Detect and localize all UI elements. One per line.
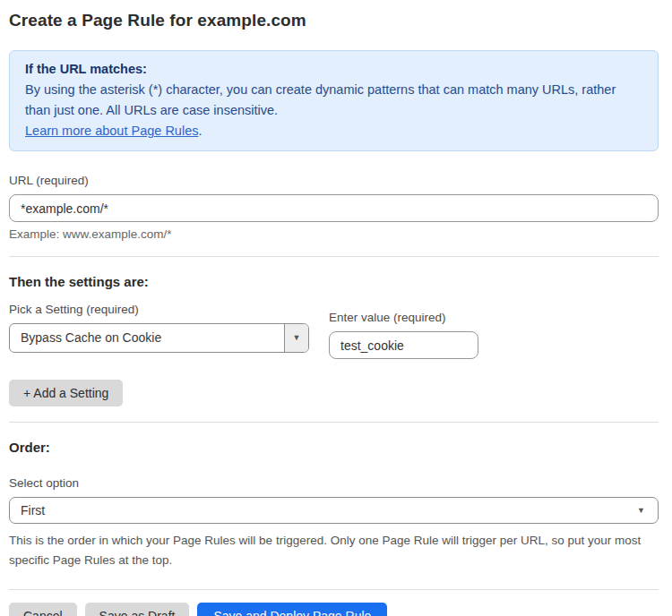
save-as-draft-button[interactable]: Save as Draft xyxy=(85,603,190,616)
setting-picker-select[interactable]: Bypass Cache on Cookie ▼ xyxy=(9,323,309,353)
order-section-heading: Order: xyxy=(9,440,659,456)
setting-picker-caret-button[interactable]: ▼ xyxy=(284,324,308,352)
settings-section-heading: Then the settings are: xyxy=(9,274,659,290)
url-field-group: URL (required) Example: www.example.com/… xyxy=(9,174,659,241)
setting-picker-group: Pick a Setting (required) Bypass Cache o… xyxy=(9,303,309,359)
page-rule-form: Create a Page Rule for example.com If th… xyxy=(0,0,672,616)
info-box-link-line: Learn more about Page Rules. xyxy=(25,121,642,141)
order-description: This is the order in which your Page Rul… xyxy=(9,531,654,570)
setting-value-label: Enter value (required) xyxy=(329,311,478,325)
order-select[interactable]: First ▼ xyxy=(9,497,659,524)
chevron-down-icon: ▼ xyxy=(637,507,658,515)
cancel-button[interactable]: Cancel xyxy=(9,603,77,616)
url-match-info-box: If the URL matches: By using the asteris… xyxy=(9,50,659,151)
save-and-deploy-button[interactable]: Save and Deploy Page Rule xyxy=(197,603,387,616)
divider-after-settings xyxy=(9,422,659,423)
footer-actions: Cancel Save as Draft Save and Deploy Pag… xyxy=(9,603,659,616)
url-field-hint: Example: www.example.com/* xyxy=(9,227,659,241)
info-box-body: By using the asterisk (*) character, you… xyxy=(25,80,642,121)
divider-after-url xyxy=(9,256,659,257)
setting-picker-label: Pick a Setting (required) xyxy=(9,303,309,317)
chevron-down-icon: ▼ xyxy=(293,334,301,342)
page-title: Create a Page Rule for example.com xyxy=(9,9,659,32)
info-box-heading: If the URL matches: xyxy=(25,59,642,80)
order-select-value: First xyxy=(10,503,637,518)
link-suffix-period: . xyxy=(198,124,202,138)
add-setting-button[interactable]: + Add a Setting xyxy=(9,380,123,406)
settings-row: Pick a Setting (required) Bypass Cache o… xyxy=(9,303,659,359)
learn-more-link[interactable]: Learn more about Page Rules xyxy=(25,124,198,138)
url-input[interactable] xyxy=(9,194,659,222)
setting-picker-value: Bypass Cache on Cookie xyxy=(10,324,284,352)
order-select-label: Select option xyxy=(9,476,659,491)
setting-value-group: Enter value (required) xyxy=(329,311,478,359)
divider-before-footer xyxy=(9,589,659,590)
url-field-label: URL (required) xyxy=(9,174,659,188)
setting-value-input[interactable] xyxy=(329,331,478,359)
